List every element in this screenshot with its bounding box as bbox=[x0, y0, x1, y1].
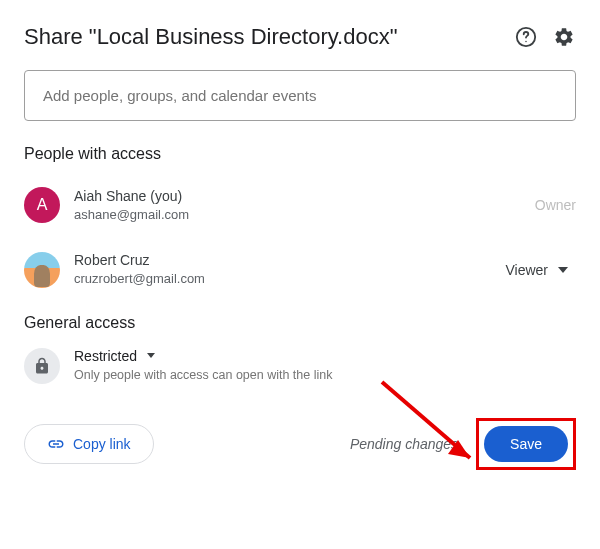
svg-point-1 bbox=[525, 41, 526, 42]
person-name: Robert Cruz bbox=[74, 251, 497, 271]
header-actions bbox=[514, 25, 576, 49]
dialog-footer: Copy link Pending changes Save bbox=[24, 418, 576, 470]
add-people-input[interactable] bbox=[24, 70, 576, 121]
general-access-row: Restricted Only people with access can o… bbox=[24, 348, 576, 384]
pending-changes-label: Pending changes bbox=[350, 436, 458, 452]
footer-right: Pending changes Save bbox=[350, 418, 576, 470]
access-mode-description: Only people with access can open with th… bbox=[74, 368, 576, 382]
help-icon[interactable] bbox=[514, 25, 538, 49]
person-row: Robert Cruz cruzrobert@gmail.com Viewer bbox=[24, 243, 576, 295]
avatar bbox=[24, 252, 60, 288]
annotation-highlight-box: Save bbox=[476, 418, 576, 470]
link-icon bbox=[47, 435, 65, 453]
access-mode-label: Restricted bbox=[74, 348, 137, 364]
general-access-info: Restricted Only people with access can o… bbox=[74, 348, 576, 382]
lock-icon bbox=[24, 348, 60, 384]
chevron-down-icon bbox=[558, 267, 568, 273]
access-mode-dropdown[interactable]: Restricted bbox=[74, 348, 576, 364]
dialog-title: Share "Local Business Directory.docx" bbox=[24, 24, 397, 50]
person-email: ashane@gmail.com bbox=[74, 207, 535, 224]
general-access-heading: General access bbox=[24, 314, 576, 332]
gear-icon[interactable] bbox=[552, 25, 576, 49]
people-with-access-heading: People with access bbox=[24, 145, 576, 163]
role-owner-label: Owner bbox=[535, 197, 576, 213]
role-label: Viewer bbox=[505, 262, 548, 278]
avatar: A bbox=[24, 187, 60, 223]
copy-link-button[interactable]: Copy link bbox=[24, 424, 154, 464]
dialog-header: Share "Local Business Directory.docx" bbox=[24, 24, 576, 50]
person-info: Aiah Shane (you) ashane@gmail.com bbox=[74, 187, 535, 223]
chevron-down-icon bbox=[147, 353, 155, 358]
save-button[interactable]: Save bbox=[484, 426, 568, 462]
role-dropdown[interactable]: Viewer bbox=[497, 256, 576, 284]
copy-link-label: Copy link bbox=[73, 436, 131, 452]
person-name: Aiah Shane (you) bbox=[74, 187, 535, 207]
person-info: Robert Cruz cruzrobert@gmail.com bbox=[74, 251, 497, 287]
person-email: cruzrobert@gmail.com bbox=[74, 271, 497, 288]
person-row: A Aiah Shane (you) ashane@gmail.com Owne… bbox=[24, 179, 576, 231]
